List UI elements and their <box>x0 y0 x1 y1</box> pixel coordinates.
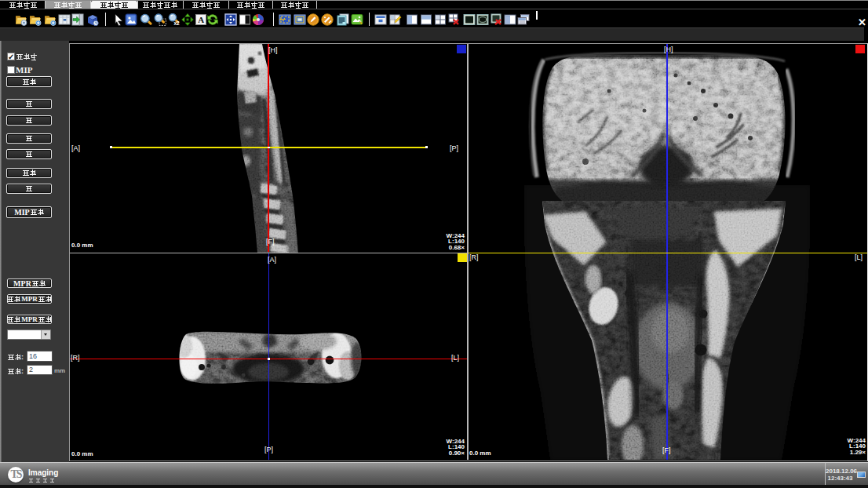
svg-text:x2: x2 <box>174 20 181 26</box>
svg-text:A: A <box>198 15 204 24</box>
